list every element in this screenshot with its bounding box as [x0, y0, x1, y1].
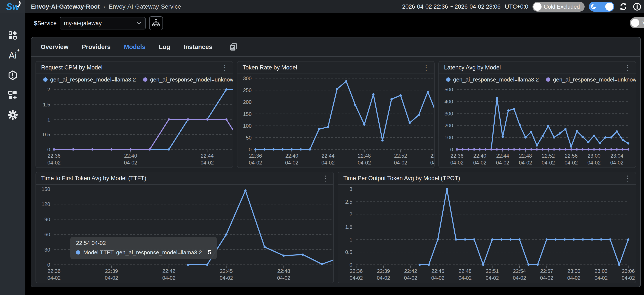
- svg-text:1: 1: [350, 237, 352, 243]
- kebab-menu-icon[interactable]: ⋮: [624, 64, 631, 71]
- collapse-toggle-label: V: [642, 19, 644, 26]
- service-select[interactable]: my-ai-gateway: [60, 17, 146, 29]
- svg-text:04-02: 04-02: [47, 160, 60, 166]
- cold-excluded-toggle[interactable]: Cold Excluded: [532, 2, 584, 11]
- svg-text:50: 50: [246, 135, 252, 141]
- chart-card-header: Latency Avg by Model⋮: [439, 61, 636, 74]
- chart-card: Time Per Output Token Avg by Model (TPOT…: [338, 172, 636, 283]
- svg-text:04-02: 04-02: [377, 275, 390, 281]
- breadcrumb-root[interactable]: Envoy-AI-Gateway-Root: [31, 3, 100, 10]
- chart-title: Time to First Token Avg by Model (TTFT): [41, 175, 146, 182]
- svg-text:22:40: 22:40: [286, 153, 298, 159]
- timezone[interactable]: UTC+0:0: [505, 3, 528, 10]
- svg-text:0: 0: [350, 262, 352, 268]
- dark-mode-toggle[interactable]: [589, 2, 614, 11]
- svg-text:22:54: 22:54: [513, 268, 526, 274]
- svg-text:150: 150: [42, 186, 50, 192]
- legend-item[interactable]: gen_ai_response_model=unknown: [143, 76, 233, 83]
- svg-text:22:39: 22:39: [105, 268, 118, 274]
- sidebar-item-alerting[interactable]: [0, 65, 26, 85]
- chart-card-header: Time Per Output Token Avg by Model (TPOT…: [338, 172, 636, 185]
- tab-log[interactable]: Log: [159, 43, 170, 50]
- svg-text:22:48: 22:48: [358, 153, 371, 159]
- chart-canvas[interactable]: 00.511.5222:3604-0222:4004-0222:4404-022…: [36, 85, 233, 168]
- sidebar-item-widgets[interactable]: [0, 85, 26, 105]
- svg-text:04-02: 04-02: [458, 275, 472, 281]
- svg-text:04-02: 04-02: [249, 160, 262, 166]
- chart-canvas[interactable]: 010020030040050022:3604-0222:4004-0222:4…: [439, 85, 635, 168]
- svg-text:22:44: 22:44: [496, 153, 509, 159]
- svg-text:04-02: 04-02: [105, 275, 118, 281]
- kebab-menu-icon[interactable]: ⋮: [624, 175, 631, 182]
- chart-card: Request CPM by Model⋮gen_ai_response_mod…: [36, 61, 233, 168]
- tab-bar: OverviewProvidersModelsLogInstances: [31, 37, 640, 57]
- svg-text:22:36: 22:36: [48, 153, 60, 159]
- svg-text:22:36: 22:36: [48, 268, 60, 274]
- svg-text:04-02: 04-02: [450, 160, 464, 166]
- chart-canvas[interactable]: 00.511.522.5322:3604-0222:3904-0222:4204…: [338, 185, 635, 283]
- app-logo[interactable]: Sw: [0, 0, 26, 13]
- tooltip-series-dot-icon: [76, 250, 80, 255]
- chart-card: Token Rate by Model⋮05010015020025030022…: [237, 61, 434, 168]
- topology-button[interactable]: [149, 16, 163, 30]
- svg-text:22:42: 22:42: [162, 268, 176, 274]
- info-icon[interactable]: [632, 2, 642, 11]
- svg-text:22:48: 22:48: [459, 268, 472, 274]
- toggle-knob: [605, 2, 614, 11]
- chart-legend: gen_ai_response_model=llama3.2gen_ai_res…: [439, 74, 636, 85]
- svg-text:22:57: 22:57: [540, 268, 553, 274]
- gear-icon: [7, 109, 18, 120]
- svg-text:22:44: 22:44: [322, 153, 334, 159]
- svg-text:22:45: 22:45: [220, 268, 233, 274]
- legend-label: gen_ai_response_model=llama3.2: [453, 76, 539, 83]
- time-range[interactable]: 2026-04-02 22:36 ~ 2026-04-02 23:06: [402, 3, 500, 10]
- svg-text:22:51: 22:51: [486, 268, 499, 274]
- svg-text:04-02: 04-02: [124, 160, 137, 166]
- sidebar-item-ai-assistant[interactable]: Ai ✦: [0, 45, 26, 65]
- svg-text:250: 250: [243, 87, 252, 93]
- svg-text:04-02: 04-02: [622, 275, 635, 281]
- svg-text:2: 2: [350, 211, 352, 217]
- svg-text:04-02: 04-02: [404, 275, 417, 281]
- tooltip-value: 5: [208, 249, 211, 256]
- chart-legend: gen_ai_response_model=llama3.2gen_ai_res…: [36, 74, 233, 85]
- svg-text:23:03: 23:03: [595, 268, 608, 274]
- charts-row-1: Request CPM by Model⋮gen_ai_response_mod…: [36, 61, 636, 168]
- chart-card-header: Request CPM by Model⋮: [36, 61, 233, 74]
- svg-text:60: 60: [44, 232, 50, 237]
- svg-text:04-02: 04-02: [358, 160, 371, 166]
- legend-item[interactable]: gen_ai_response_model=unknown: [546, 76, 636, 83]
- collapse-toggle[interactable]: V: [630, 17, 644, 28]
- chart-canvas[interactable]: 05010015020025030022:3604-0222:4004-0222…: [238, 74, 434, 168]
- refresh-icon[interactable]: [618, 2, 628, 11]
- svg-text:23:04: 23:04: [610, 153, 623, 159]
- svg-text:04-02: 04-02: [220, 275, 233, 281]
- sidebar: Ai ✦: [0, 13, 26, 295]
- chart-canvas[interactable]: 030609012015022:3604-0222:3904-0222:4204…: [36, 185, 334, 283]
- tab-models[interactable]: Models: [124, 43, 146, 50]
- toggle-knob: [533, 2, 542, 11]
- kebab-menu-icon[interactable]: ⋮: [422, 64, 430, 71]
- svg-text:22:52: 22:52: [542, 153, 555, 159]
- sidebar-item-settings[interactable]: [0, 105, 26, 125]
- svg-text:90: 90: [44, 217, 50, 222]
- svg-text:04-02: 04-02: [540, 275, 553, 281]
- tab-providers[interactable]: Providers: [82, 43, 111, 50]
- svg-text:22:39: 22:39: [377, 268, 390, 274]
- topbar-controls: 2026-04-02 22:36 ~ 2026-04-02 23:06 UTC+…: [402, 2, 644, 11]
- toggle-knob: [631, 19, 639, 27]
- svg-text:0: 0: [47, 262, 50, 268]
- svg-text:22:36: 22:36: [249, 153, 262, 159]
- sidebar-item-dashboards[interactable]: [0, 26, 26, 45]
- legend-item[interactable]: gen_ai_response_model=llama3.2: [43, 76, 136, 83]
- tab-overview[interactable]: Overview: [41, 43, 68, 50]
- duplicate-dashboard-icon[interactable]: [229, 42, 238, 52]
- svg-text:04-02: 04-02: [277, 275, 290, 281]
- kebab-menu-icon[interactable]: ⋮: [322, 175, 329, 182]
- cold-excluded-label: Cold Excluded: [544, 3, 580, 10]
- kebab-menu-icon[interactable]: ⋮: [221, 64, 228, 71]
- svg-text:300: 300: [243, 75, 252, 81]
- tab-instances[interactable]: Instances: [184, 43, 212, 50]
- legend-item[interactable]: gen_ai_response_model=llama3.2: [446, 76, 539, 83]
- breadcrumb-current[interactable]: Envoy-AI-Gateway-Service: [109, 3, 181, 10]
